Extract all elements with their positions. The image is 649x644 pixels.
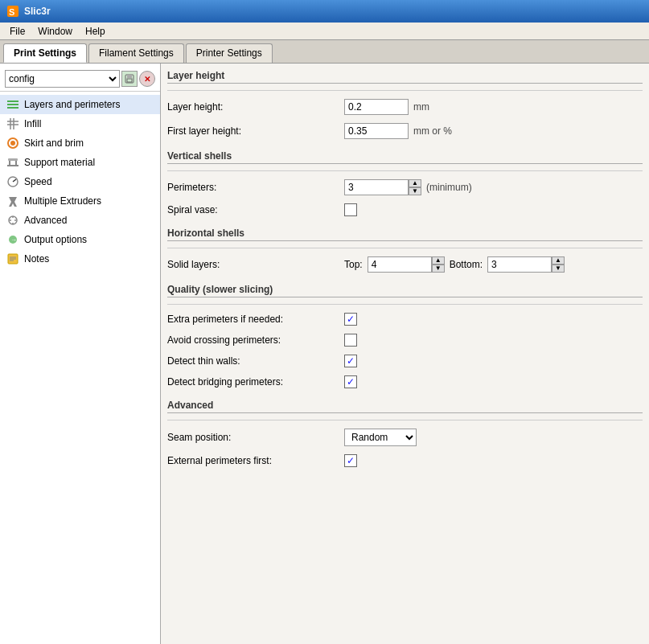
sidebar-item-output-options[interactable]: → Output options [0,230,160,249]
section-quality: Quality (slower slicing) Extra perimeter… [167,284,643,390]
input-perimeters[interactable] [344,179,409,195]
label-first-layer-height: First layer height: [167,125,344,137]
sidebar-item-notes[interactable]: Notes [0,249,160,269]
sidebar-item-speed[interactable]: Speed [0,172,160,191]
top-spinner: ▲ ▼ [368,256,445,273]
skirt-icon [6,137,19,150]
app-title: Slic3r [24,6,51,17]
label-perimeters: Perimeters: [167,182,344,193]
top-down-button[interactable]: ▼ [432,265,445,273]
svg-rect-14 [7,165,18,166]
config-bar: config ✕ [0,67,160,92]
svg-rect-7 [7,107,18,109]
extruder-icon [6,195,19,207]
tab-bar: Print Settings Filament Settings Printer… [0,40,649,63]
checkbox-external-perimeters[interactable] [344,454,357,467]
tab-printer-settings[interactable]: Printer Settings [186,43,273,63]
sidebar-item-skirt-brim[interactable]: Skirt and brim [0,133,160,153]
delete-config-button[interactable]: ✕ [139,71,155,87]
sidebar-item-infill[interactable]: Infill [0,114,160,133]
section-vertical-shells: Vertical shells Perimeters: ▲ ▼ (minimum… [167,150,643,218]
top-spinner-buttons: ▲ ▼ [432,256,445,273]
section-horizontal-shells: Horizontal shells Solid layers: Top: ▲ ▼… [167,228,643,274]
unit-perimeters: (minimum) [426,182,472,193]
svg-rect-3 [127,75,132,78]
svg-rect-17 [8,158,18,161]
section-title-layer-height: Layer height [167,70,643,84]
input-top-layers[interactable] [368,256,432,273]
speed-icon [6,175,19,188]
menu-file[interactable]: File [3,24,31,39]
sidebar-item-layers-perimeters[interactable]: Layers and perimeters [0,95,160,114]
label-solid-layers: Solid layers: [167,259,344,270]
sidebar-item-label-advanced: Advanced [24,215,67,226]
divider-quality [167,304,643,305]
divider-horizontal-shells [167,248,643,248]
row-avoid-crossing: Avoid crossing perimeters: [167,332,643,348]
row-seam-position: Seam position: Random Nearest Aligned [167,427,643,448]
sidebar-item-label-notes: Notes [24,253,49,265]
sidebar: config ✕ Layers and perimeters [0,64,161,644]
config-select[interactable]: config [5,70,120,88]
svg-text:S: S [9,7,14,17]
app-icon: S [6,5,19,18]
label-extra-perimeters: Extra perimeters if needed: [167,314,344,325]
output-icon: → [6,233,19,246]
sidebar-item-label-output: Output options [24,234,87,245]
svg-line-19 [13,179,16,182]
section-title-quality: Quality (slower slicing) [167,284,643,297]
input-bottom-layers[interactable] [487,256,552,273]
unit-first-layer-height: mm or % [413,125,452,137]
sidebar-item-advanced[interactable]: Advanced [0,211,160,230]
row-detect-thin-walls: Detect thin walls: [167,353,643,369]
menu-window[interactable]: Window [31,24,79,39]
label-detect-bridging: Detect bridging perimeters: [167,376,344,388]
perimeters-up-button[interactable]: ▲ [409,179,421,187]
label-avoid-crossing: Avoid crossing perimeters: [167,334,344,346]
sidebar-item-label-infill: Infill [24,118,41,129]
checkbox-avoid-crossing[interactable] [344,334,357,347]
menu-help[interactable]: Help [79,24,112,39]
divider-advanced [167,420,643,420]
support-icon [6,156,19,169]
row-first-layer-height: First layer height: mm or % [167,121,643,141]
layers-icon [6,98,19,111]
tab-print-settings[interactable]: Print Settings [3,43,87,63]
sidebar-item-label-layers: Layers and perimeters [24,99,120,110]
checkbox-detect-bridging[interactable] [344,375,357,388]
row-spiral-vase: Spiral vase: [167,202,643,218]
menu-bar: File Window Help [0,23,649,40]
svg-rect-5 [7,100,18,102]
unit-layer-height: mm [413,101,429,113]
row-perimeters: Perimeters: ▲ ▼ (minimum) [167,178,643,197]
bottom-up-button[interactable]: ▲ [552,256,565,265]
sidebar-item-multiple-extruders[interactable]: Multiple Extruders [0,191,160,211]
sidebar-item-label-extruders: Multiple Extruders [24,195,101,207]
svg-rect-6 [7,104,18,105]
perimeters-down-button[interactable]: ▼ [409,187,421,195]
perimeters-spinner-buttons: ▲ ▼ [409,179,421,195]
save-config-button[interactable] [121,71,138,87]
sidebar-item-label-skirt: Skirt and brim [24,137,84,149]
sidebar-item-label-support: Support material [24,157,95,168]
section-layer-height: Layer height Layer height: mm First laye… [167,70,643,141]
label-top: Top: [344,259,363,270]
checkbox-spiral-vase[interactable] [344,203,357,216]
sidebar-item-support-material[interactable]: Support material [0,153,160,172]
checkbox-extra-perimeters[interactable] [344,313,357,326]
label-bottom: Bottom: [450,259,483,270]
advanced-icon [6,214,19,227]
sidebar-item-label-speed: Speed [24,176,52,187]
svg-point-13 [10,141,15,146]
tab-filament-settings[interactable]: Filament Settings [88,43,184,63]
input-layer-height[interactable] [344,99,409,115]
select-seam-position[interactable]: Random Nearest Aligned [344,429,417,446]
top-up-button[interactable]: ▲ [432,256,445,265]
bottom-down-button[interactable]: ▼ [552,265,565,273]
bottom-spinner-buttons: ▲ ▼ [552,256,565,273]
perimeters-spinner: ▲ ▼ [344,179,421,195]
section-title-vertical-shells: Vertical shells [167,150,643,164]
input-first-layer-height[interactable] [344,123,409,139]
checkbox-detect-thin-walls[interactable] [344,355,357,367]
label-spiral-vase: Spiral vase: [167,204,344,215]
